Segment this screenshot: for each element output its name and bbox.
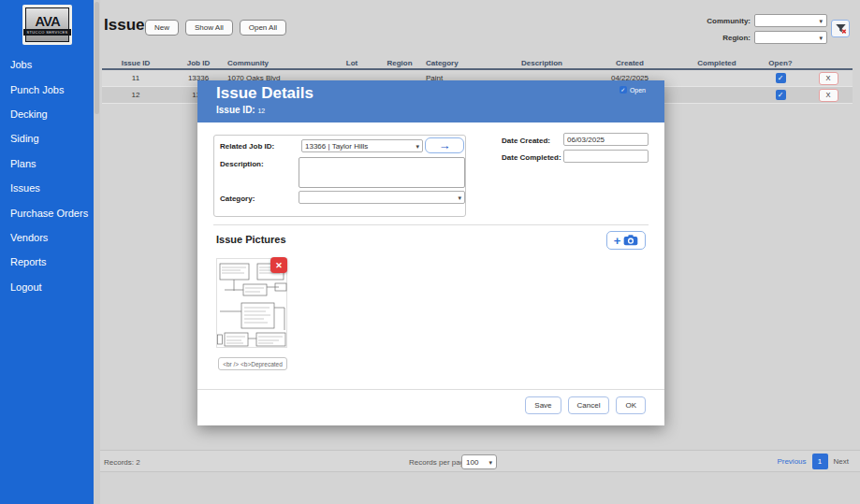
chevron-down-icon: ▾ <box>458 194 461 201</box>
open-checkbox[interactable]: ✓ <box>619 86 627 94</box>
region-filter-select[interactable]: ▾ <box>754 31 827 44</box>
issue-details-modal: Issue Details Issue ID: 12 ✓ Open Relate… <box>197 80 664 425</box>
section-divider <box>213 224 649 225</box>
show-all-button[interactable]: Show All <box>185 20 233 36</box>
cell-issue-id: 11 <box>102 74 169 82</box>
issue-form-box: Related Job ID: 13366 | Taylor Hills ▾ →… <box>213 135 466 217</box>
clear-filter-button[interactable] <box>831 20 850 37</box>
sidebar-item-purchase-orders[interactable]: Purchase Orders <box>0 200 94 224</box>
sidebar-item-issues[interactable]: Issues <box>0 176 94 200</box>
camera-icon <box>623 235 638 246</box>
delete-row-button[interactable]: X <box>819 89 838 102</box>
per-page-value: 100 <box>466 458 478 467</box>
arrow-right-icon: → <box>439 139 451 151</box>
issue-pictures-heading: Issue Pictures <box>216 234 286 245</box>
ok-button[interactable]: OK <box>616 396 646 414</box>
footer-divider <box>197 389 664 390</box>
sidebar-item-siding[interactable]: Siding <box>0 126 94 151</box>
records-count: Records: 2 <box>104 458 140 467</box>
header-buttons: New Show All Open All <box>145 20 286 36</box>
open-label: Open <box>630 87 646 94</box>
community-filter-label: Community: <box>666 17 751 25</box>
sidebar-item-decking[interactable]: Decking <box>0 102 94 126</box>
chevron-down-icon: ▾ <box>819 18 823 24</box>
new-button[interactable]: New <box>145 20 179 36</box>
open-all-button[interactable]: Open All <box>240 20 286 36</box>
community-filter-select[interactable]: ▾ <box>754 14 827 27</box>
open-toggle[interactable]: ✓ Open <box>619 86 646 94</box>
col-issue-id: Issue ID <box>102 59 169 67</box>
chevron-down-icon: ▾ <box>488 459 492 466</box>
cell-issue-id: 12 <box>102 91 169 99</box>
per-page-select[interactable]: 100 ▾ <box>461 454 497 469</box>
col-job-id: Job ID <box>169 59 227 67</box>
add-picture-button[interactable]: + <box>606 231 646 250</box>
logo-subtext: STUCCO SERVICES <box>23 29 70 36</box>
sidebar: AVA STUCCO SERVICES Jobs Punch Jobs Deck… <box>0 0 94 504</box>
delete-row-button[interactable]: X <box>819 72 838 85</box>
description-textarea[interactable] <box>299 157 465 188</box>
sidebar-item-logout[interactable]: Logout <box>0 275 94 299</box>
sidebar-scrollbar[interactable] <box>94 0 100 504</box>
date-created-label: Date Created: <box>502 137 550 145</box>
sidebar-item-jobs[interactable]: Jobs <box>0 52 94 77</box>
col-created: Created <box>583 59 677 67</box>
previous-page-link[interactable]: Previous <box>775 454 808 469</box>
category-label: Category: <box>220 194 255 203</box>
sidebar-item-reports[interactable]: Reports <box>0 250 94 274</box>
table-header-row: Issue ID Job ID Community Lot Region Cat… <box>102 58 853 70</box>
pagination: Previous 1 Next <box>775 454 851 469</box>
modal-header: Issue Details Issue ID: 12 ✓ Open <box>197 80 664 122</box>
go-to-job-button[interactable]: → <box>425 137 464 153</box>
sidebar-item-punch-jobs[interactable]: Punch Jobs <box>0 77 94 101</box>
app-screen: AVA STUCCO SERVICES Jobs Punch Jobs Deck… <box>0 0 860 504</box>
col-completed: Completed <box>677 59 757 67</box>
col-community: Community <box>227 59 330 67</box>
open-checkbox[interactable]: ✓ <box>776 90 786 100</box>
sidebar-item-plans[interactable]: Plans <box>0 151 94 176</box>
company-logo: AVA STUCCO SERVICES <box>22 5 72 45</box>
issue-id-value: 12 <box>257 108 265 114</box>
logo-text: AVA <box>35 14 59 28</box>
save-button[interactable]: Save <box>525 396 561 414</box>
col-region: Region <box>373 59 426 67</box>
scrollbar-thumb[interactable] <box>95 2 99 114</box>
plus-icon: + <box>614 235 621 247</box>
modal-issue-id: Issue ID: 12 <box>216 105 265 115</box>
modal-buttons: Save Cancel OK <box>525 396 646 414</box>
related-job-value: 13366 | Taylor Hills <box>305 142 368 151</box>
table-footer: Records: 2 Records per page: 100 ▾ Previ… <box>100 450 860 472</box>
next-page-link[interactable]: Next <box>832 454 851 469</box>
issue-id-label: Issue ID: <box>216 105 255 115</box>
related-job-label: Related Job ID: <box>220 142 274 151</box>
col-category: Category <box>426 59 501 67</box>
modal-title: Issue Details <box>216 84 313 103</box>
date-completed-label: Date Completed: <box>502 153 561 162</box>
date-created-input[interactable] <box>563 133 649 146</box>
chevron-down-icon: ▾ <box>819 35 823 41</box>
delete-picture-button[interactable]: ✕ <box>270 257 287 273</box>
logo-inner: AVA STUCCO SERVICES <box>25 7 69 42</box>
picture-caption: <br /> <b>Deprecated <box>218 357 287 370</box>
sidebar-nav: Jobs Punch Jobs Decking Siding Plans Iss… <box>0 52 94 299</box>
close-icon: ✕ <box>275 261 283 270</box>
related-job-select[interactable]: 13366 | Taylor Hills ▾ <box>301 139 423 152</box>
region-filter-label: Region: <box>666 34 751 42</box>
col-lot: Lot <box>330 59 373 67</box>
current-page-button[interactable]: 1 <box>812 454 828 469</box>
sidebar-item-vendors[interactable]: Vendors <box>0 225 94 250</box>
description-label: Description: <box>220 160 264 168</box>
date-completed-input[interactable] <box>563 150 649 163</box>
col-description: Description <box>501 59 583 67</box>
col-open: Open? <box>757 59 804 67</box>
open-checkbox[interactable]: ✓ <box>776 73 786 83</box>
cancel-button[interactable]: Cancel <box>568 396 610 414</box>
category-select[interactable]: ▾ <box>299 191 465 204</box>
chevron-down-icon: ▾ <box>415 143 419 150</box>
filter-icon <box>835 22 847 35</box>
